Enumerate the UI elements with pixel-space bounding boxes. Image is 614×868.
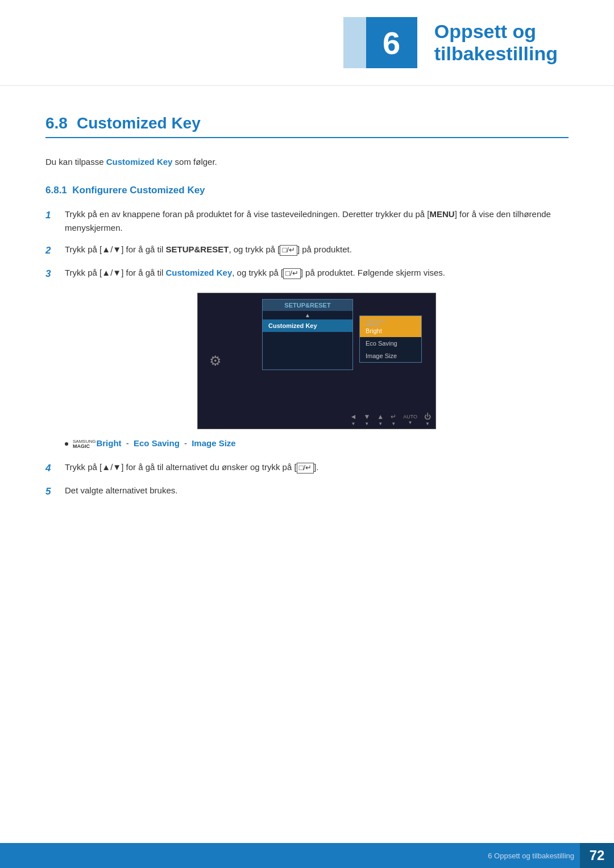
section-title: Customized Key bbox=[77, 114, 201, 132]
osd-up-label: ▼ bbox=[378, 421, 383, 426]
osd-submenu: SAMSUNG MAGIC Bright Eco Saving Image Si… bbox=[359, 315, 422, 363]
chapter-number-block: 6 bbox=[366, 17, 417, 68]
osd-power-label: ▼ bbox=[425, 421, 430, 426]
step-3: 3 Trykk på [▲/▼] for å gå til Customized… bbox=[45, 266, 569, 281]
submenu-magic-bright: SAMSUNG MAGIC Bright bbox=[360, 316, 421, 337]
footer-page-box: 72 bbox=[580, 843, 614, 868]
bright-option: Bright bbox=[96, 438, 121, 448]
section-heading: 6.8 Customized Key bbox=[45, 114, 569, 138]
chapter-header: 6 Oppsett og tilbakestilling bbox=[0, 0, 614, 86]
eco-option: Eco Saving bbox=[134, 438, 180, 448]
step-3-number: 3 bbox=[45, 266, 57, 281]
options-bullet-list: SAMSUNG MAGIC Bright - Eco Saving - Imag… bbox=[65, 438, 569, 449]
step-5-number: 5 bbox=[45, 484, 57, 499]
steps-list-2: 4 Trykk på [▲/▼] for å gå til alternativ… bbox=[45, 460, 569, 499]
step-5: 5 Det valgte alternativet brukes. bbox=[45, 484, 569, 499]
submenu-eco-saving: Eco Saving bbox=[360, 337, 421, 350]
chapter-number: 6 bbox=[383, 24, 400, 61]
osd-auto-symbol: AUTO bbox=[403, 414, 417, 420]
samsung-magic-inline: SAMSUNG MAGIC bbox=[73, 439, 96, 449]
step-4-text: Trykk på [▲/▼] for å gå til alternativet… bbox=[65, 460, 569, 474]
step-4-number: 4 bbox=[45, 460, 57, 476]
osd-btn-down: ▼ ▼ bbox=[363, 413, 370, 426]
image-option: Image Size bbox=[192, 438, 236, 448]
intro-paragraph: Du kan tilpasse Customized Key som følge… bbox=[45, 155, 569, 169]
steps-list: 1 Trykk på en av knappene foran på produ… bbox=[45, 207, 569, 281]
osd-item-empty-3 bbox=[263, 357, 352, 369]
osd-btn-enter: ↵ ▼ bbox=[391, 413, 396, 426]
osd-bottom-bar: ◄ ▼ ▼ ▼ ▲ ▼ ↵ ▼ bbox=[198, 413, 435, 426]
settings-gear-icon: ⚙ bbox=[209, 353, 225, 369]
step-4: 4 Trykk på [▲/▼] for å gå til alternativ… bbox=[45, 460, 569, 476]
screenshot-inner: ⚙ SETUP&RESET ▲ Customized Key SAMSUNG bbox=[198, 293, 435, 429]
step-3-text: Trykk på [▲/▼] for å gå til Customized K… bbox=[65, 266, 569, 280]
osd-left-symbol: ◄ bbox=[350, 413, 356, 421]
osd-arrow-up: ▲ bbox=[263, 311, 352, 319]
subsection-heading: 6.8.1 Konfigurere Customized Key bbox=[45, 185, 569, 196]
step-2-text: Trykk på [▲/▼] for å gå til SETUP&RESET,… bbox=[65, 243, 569, 256]
samsung-magic-label: SAMSUNG MAGIC bbox=[366, 319, 416, 327]
footer-chapter-text: 6 Oppsett og tilbakestilling bbox=[0, 852, 580, 860]
step-1: 1 Trykk på en av knappene foran på produ… bbox=[45, 207, 569, 235]
bullet-dot bbox=[65, 442, 68, 446]
osd-title: SETUP&RESET bbox=[263, 300, 352, 311]
osd-down-symbol: ▼ bbox=[363, 413, 370, 421]
osd-btn-power: ⏻ ▼ bbox=[424, 413, 431, 426]
subsection-title: Konfigurere Customized Key bbox=[72, 185, 205, 196]
osd-auto-label: ▼ bbox=[408, 420, 413, 425]
bullet-item-options: SAMSUNG MAGIC Bright - Eco Saving - Imag… bbox=[65, 438, 569, 449]
osd-item-customized-key: Customized Key bbox=[263, 319, 352, 332]
magic-text: MAGIC bbox=[366, 323, 416, 327]
intro-text-before: Du kan tilpasse bbox=[45, 157, 106, 167]
osd-enter-symbol: ↵ bbox=[391, 413, 396, 421]
screenshot: ⚙ SETUP&RESET ▲ Customized Key SAMSUNG bbox=[197, 293, 436, 429]
bullet-text-options: SAMSUNG MAGIC Bright - Eco Saving - Imag… bbox=[73, 438, 236, 449]
step-5-text: Det valgte alternativet brukes. bbox=[65, 484, 569, 497]
submenu-image-size: Image Size bbox=[360, 350, 421, 362]
subsection-number: 6.8.1 bbox=[45, 185, 67, 196]
osd-btn-left: ◄ ▼ bbox=[350, 413, 356, 426]
osd-up-symbol: ▲ bbox=[377, 413, 384, 421]
sep-2: - bbox=[182, 438, 189, 448]
osd-enter-label: ▼ bbox=[391, 421, 396, 426]
step-2-number: 2 bbox=[45, 243, 57, 258]
step-2: 2 Trykk på [▲/▼] for å gå til SETUP&RESE… bbox=[45, 243, 569, 258]
screenshot-container: ⚙ SETUP&RESET ▲ Customized Key SAMSUNG bbox=[65, 293, 569, 429]
osd-left-label: ▼ bbox=[351, 421, 355, 426]
footer-page-number: 72 bbox=[590, 848, 605, 863]
intro-text-after: som følger. bbox=[172, 157, 217, 167]
page-footer: 6 Oppsett og tilbakestilling 72 bbox=[0, 843, 614, 868]
step-1-number: 1 bbox=[45, 207, 57, 223]
osd-item-empty-1 bbox=[263, 332, 352, 344]
osd-btn-up: ▲ ▼ bbox=[377, 413, 384, 426]
chapter-title: Oppsett og tilbakestilling bbox=[434, 20, 580, 65]
osd-btn-auto: AUTO ▼ bbox=[403, 414, 417, 425]
osd-down-label: ▼ bbox=[364, 421, 369, 426]
osd-menu: SETUP&RESET ▲ Customized Key SAMSUNG MAG… bbox=[262, 299, 353, 370]
step-1-text: Trykk på en av knappene foran på produkt… bbox=[65, 207, 569, 235]
main-content: 6.8 Customized Key Du kan tilpasse Custo… bbox=[0, 86, 614, 556]
section-number: 6.8 bbox=[45, 114, 68, 132]
osd-item-empty-2 bbox=[263, 344, 352, 357]
osd-power-symbol: ⏻ bbox=[424, 413, 431, 421]
sm-magic-text: MAGIC bbox=[73, 444, 96, 449]
sep-1: - bbox=[124, 438, 131, 448]
intro-bold: Customized Key bbox=[106, 157, 173, 167]
